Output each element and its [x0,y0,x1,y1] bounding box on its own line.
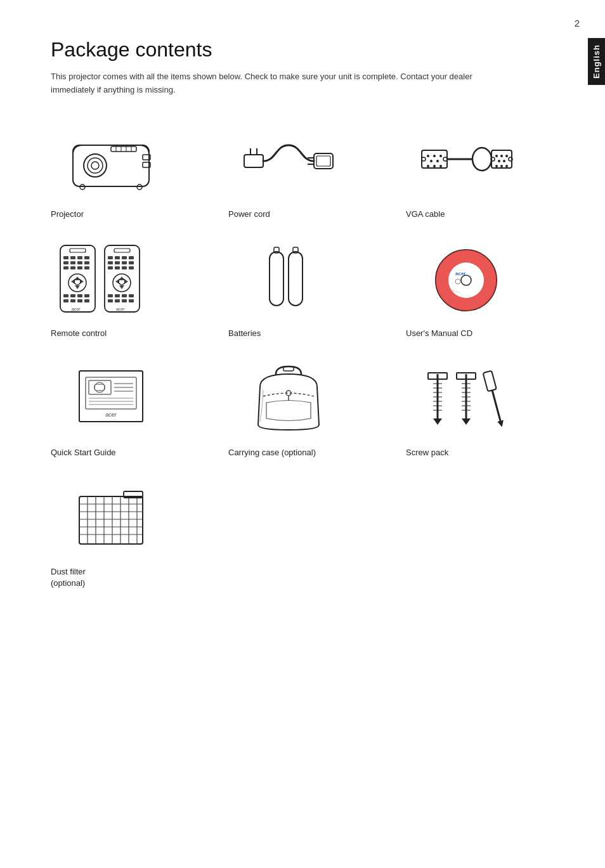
svg-point-25 [433,165,436,167]
svg-point-106 [461,275,471,285]
batteries-label: Batteries [228,328,261,339]
page-description: This projector comes with all the items … [51,70,507,97]
projector-label: Projector [51,209,84,220]
carrying-case-image [228,358,349,441]
svg-rect-101 [289,252,302,306]
screw-pack-image [406,358,526,441]
svg-point-34 [498,160,500,162]
item-power-cord: Power cord [228,120,368,220]
item-remote-control: acer [51,239,190,339]
svg-rect-96 [122,299,127,302]
quick-start-guide-image: acer [51,358,171,441]
svg-rect-42 [70,249,86,252]
svg-point-38 [505,165,508,167]
svg-line-146 [492,390,500,420]
svg-point-35 [503,160,505,162]
language-tab: English [588,38,605,85]
dust-filter-label: Dust filter (optional) [51,566,86,589]
svg-rect-47 [63,261,68,264]
svg-rect-71 [114,249,130,252]
svg-rect-95 [115,299,120,302]
remote-control-image: acer [51,239,171,321]
svg-point-20 [433,155,436,157]
svg-point-22 [430,160,433,162]
svg-rect-63 [77,294,82,297]
svg-rect-77 [115,261,120,264]
svg-rect-45 [77,256,82,259]
svg-rect-83 [129,266,134,269]
svg-text:acer: acer [455,271,465,276]
svg-marker-57 [75,285,80,289]
svg-rect-90 [108,294,113,297]
carrying-case-label: Carrying case (optional) [228,447,316,458]
svg-point-21 [439,155,442,157]
svg-rect-91 [115,294,120,297]
svg-text:acer: acer [72,307,81,311]
svg-rect-50 [84,261,89,264]
item-projector: Projector [51,120,190,220]
svg-rect-4 [111,146,136,152]
item-users-manual-cd: acer User's Manual CD [406,239,545,339]
svg-rect-65 [63,299,68,302]
svg-rect-53 [77,266,82,269]
svg-marker-86 [119,285,124,289]
svg-rect-80 [108,266,113,269]
power-cord-image [228,120,349,202]
svg-marker-147 [497,420,505,427]
vga-cable-image [406,120,526,202]
svg-rect-46 [84,256,89,259]
svg-point-19 [427,155,429,157]
svg-rect-64 [84,294,89,297]
svg-rect-73 [115,256,120,259]
svg-marker-134 [433,418,442,425]
items-grid: Projector Power cord [51,120,554,590]
users-manual-cd-image: acer [406,239,526,321]
svg-rect-79 [129,261,134,264]
svg-rect-81 [115,266,120,269]
item-carrying-case: Carrying case (optional) [228,358,368,458]
users-manual-cd-label: User's Manual CD [406,328,472,339]
svg-rect-82 [122,266,127,269]
svg-rect-99 [270,252,283,306]
svg-rect-94 [108,299,113,302]
item-screw-pack: Screw pack [406,358,545,458]
svg-point-2 [88,158,103,173]
svg-rect-148 [79,496,143,544]
page-title: Package contents [51,38,554,62]
svg-point-37 [500,165,503,167]
svg-rect-61 [63,294,68,297]
svg-point-36 [495,165,498,167]
svg-rect-13 [244,155,263,167]
svg-rect-67 [77,299,82,302]
svg-rect-52 [70,266,75,269]
svg-rect-92 [122,294,127,297]
item-batteries: Batteries [228,239,368,339]
svg-rect-51 [63,266,68,269]
svg-rect-145 [483,371,497,392]
svg-rect-68 [84,299,89,302]
svg-rect-114 [94,384,105,391]
svg-rect-54 [84,266,89,269]
projector-image [51,120,171,202]
svg-rect-44 [70,256,75,259]
svg-rect-49 [77,261,82,264]
item-dust-filter: Dust filter (optional) [51,477,190,589]
remote-control-label: Remote control [51,328,107,339]
svg-text:acer: acer [105,411,117,418]
svg-rect-75 [129,256,134,259]
svg-rect-48 [70,261,75,264]
quick-start-guide-label: Quick Start Guide [51,447,116,458]
page-number: 2 [575,18,580,29]
batteries-image [228,239,349,321]
svg-rect-93 [129,294,134,297]
svg-rect-43 [63,256,68,259]
svg-point-26 [439,165,442,167]
svg-rect-76 [108,261,113,264]
svg-rect-97 [129,299,134,302]
svg-rect-74 [122,256,127,259]
vga-cable-label: VGA cable [406,209,445,220]
svg-point-23 [436,160,439,162]
svg-rect-72 [108,256,113,259]
svg-text:acer: acer [116,307,125,311]
svg-rect-66 [70,299,75,302]
